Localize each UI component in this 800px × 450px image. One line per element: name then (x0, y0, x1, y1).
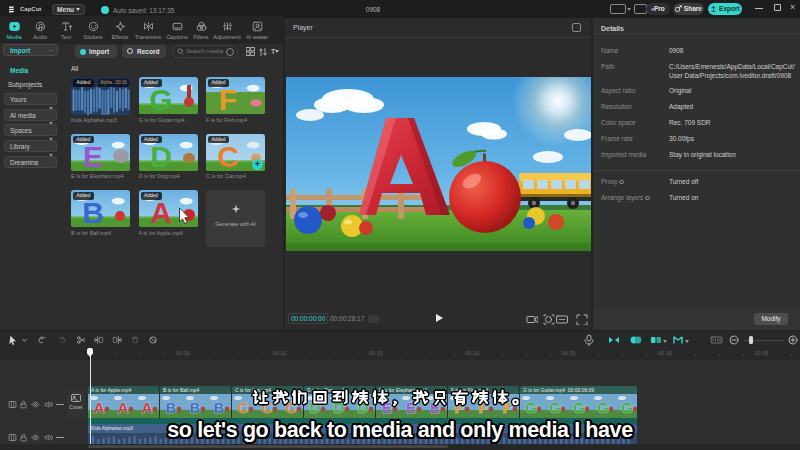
svg-text:F: F (219, 83, 237, 115)
svg-text:G: G (149, 83, 172, 115)
svg-text:C: C (217, 139, 239, 171)
svg-text:A: A (150, 196, 172, 228)
svg-text:E: E (83, 139, 103, 171)
svg-text:D: D (150, 139, 172, 171)
svg-text:B: B (82, 196, 104, 228)
